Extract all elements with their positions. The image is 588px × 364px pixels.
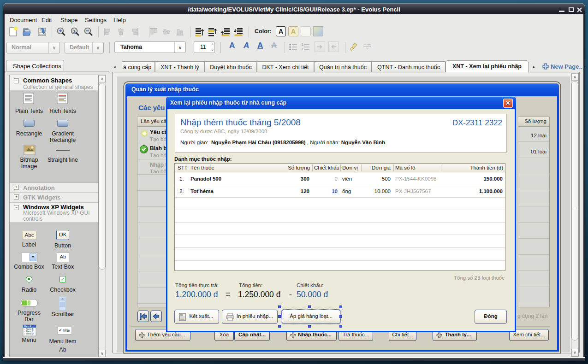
svg-text:1: 1 bbox=[302, 43, 303, 46]
svg-text:✓ Menu D: ✓ Menu D bbox=[24, 333, 34, 335]
svg-text:Menu A: Menu A bbox=[24, 325, 31, 328]
svg-text:2: 2 bbox=[302, 47, 303, 51]
svg-text:1: 1 bbox=[73, 29, 75, 34]
